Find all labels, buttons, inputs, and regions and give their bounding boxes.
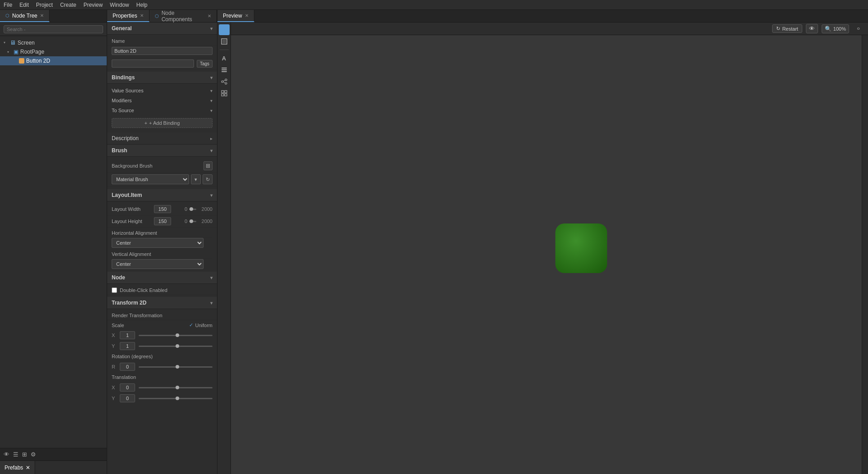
material-brush-select[interactable]: Material Brush xyxy=(112,174,189,184)
toolbar-cursor-btn[interactable] xyxy=(219,24,230,35)
properties-tab[interactable]: Properties ✕ xyxy=(107,10,149,22)
menu-help[interactable]: Help xyxy=(136,2,148,8)
button2d-label: Button 2D xyxy=(26,58,50,64)
layout-width-input[interactable] xyxy=(154,205,171,213)
node-tree-footer: 👁 ☰ ⊞ ⚙ xyxy=(0,448,107,460)
background-brush-icon-btn[interactable]: ⊞ xyxy=(203,161,212,170)
footer-eye-btn[interactable]: 👁 xyxy=(4,451,9,458)
node-chevron-icon: ▾ xyxy=(210,275,212,280)
translation-x-input[interactable] xyxy=(120,383,135,392)
bindings-section-label: Bindings xyxy=(112,74,135,81)
layout-height-slider[interactable] xyxy=(189,218,196,224)
brush-section-header[interactable]: Brush ▾ xyxy=(107,145,217,157)
rotation-thumb[interactable] xyxy=(176,365,179,369)
search-input[interactable] xyxy=(4,25,103,33)
node-tree-tab[interactable]: ⬡ Node Tree ✕ xyxy=(0,10,50,22)
preview-close-icon[interactable]: ✕ xyxy=(245,13,249,18)
scale-y-input[interactable] xyxy=(120,342,135,350)
tags-button[interactable]: Tags xyxy=(197,60,212,68)
menu-preview[interactable]: Preview xyxy=(83,2,103,8)
rotation-row: R xyxy=(107,361,217,372)
preview-tab[interactable]: Preview ✕ xyxy=(217,10,254,22)
node-section-header[interactable]: Node ▾ xyxy=(107,272,217,284)
svg-rect-12 xyxy=(225,91,227,93)
node-comp-close-icon[interactable]: ✕ xyxy=(208,14,211,18)
name-input[interactable] xyxy=(112,47,212,55)
layout-width-min: 0 xyxy=(173,206,187,212)
translation-y-row: Y xyxy=(107,393,217,404)
node-components-tab[interactable]: ⬡ Node Components ✕ xyxy=(149,10,217,22)
menu-window[interactable]: Window xyxy=(110,2,129,8)
rotation-r-input[interactable] xyxy=(120,363,135,371)
preview-tab-bar: Preview ✕ xyxy=(217,10,868,23)
preview-container: Preview ✕ A xyxy=(217,10,868,474)
translation-y-input[interactable] xyxy=(120,394,135,402)
transform2d-section-content: Render Transformation Scale ✓ Uniform X xyxy=(107,309,217,406)
toolbar-text-btn[interactable]: A xyxy=(219,53,230,64)
modifiers-row[interactable]: Modifiers ▾ xyxy=(107,96,217,105)
value-sources-row[interactable]: Value Sources ▾ xyxy=(107,86,217,96)
toolbar-layers-btn[interactable] xyxy=(219,64,230,75)
translation-x-slider[interactable] xyxy=(139,384,212,391)
material-brush-refresh-btn[interactable]: ↻ xyxy=(203,174,212,184)
name-label: Name xyxy=(112,38,148,44)
tree-item-screen[interactable]: ▾ 🖥 Screen xyxy=(0,38,107,47)
toolbar-select-btn[interactable] xyxy=(219,36,230,47)
layout-height-input[interactable] xyxy=(154,217,171,225)
layout-width-thumb[interactable] xyxy=(190,207,193,211)
tags-input[interactable] xyxy=(112,59,194,68)
prefabs-tab-label: Prefabs xyxy=(5,465,23,471)
add-binding-plus-icon: + xyxy=(145,120,147,126)
layout-item-section-header[interactable]: Layout.Item ▾ xyxy=(107,189,217,201)
layout-height-max: 2000 xyxy=(198,219,212,224)
node-tree-panel: ⬡ Node Tree ✕ ▾ 🖥 Screen ▾ ▣ RootPage xyxy=(0,10,107,474)
layout-height-min: 0 xyxy=(173,219,187,224)
material-brush-dropdown-btn[interactable]: ▾ xyxy=(191,174,201,184)
footer-settings-btn[interactable]: ⚙ xyxy=(31,451,36,458)
bindings-section-header[interactable]: Bindings ▾ xyxy=(107,72,217,84)
transform2d-chevron-icon: ▾ xyxy=(210,301,212,305)
value-sources-chevron-icon: ▾ xyxy=(210,88,212,93)
transform2d-section-header[interactable]: Transform 2D ▾ xyxy=(107,297,217,309)
toolbar-group-btn[interactable] xyxy=(219,88,230,99)
menu-file[interactable]: File xyxy=(4,2,12,8)
menu-create[interactable]: Create xyxy=(60,2,76,8)
scale-x-slider[interactable] xyxy=(139,332,212,338)
translation-y-thumb[interactable] xyxy=(176,397,179,400)
layout-width-slider[interactable] xyxy=(189,206,196,212)
h-align-select[interactable]: Center xyxy=(112,238,203,248)
scale-y-slider[interactable] xyxy=(139,343,212,349)
layout-height-thumb[interactable] xyxy=(190,219,193,223)
tree-item-button2d[interactable]: Button 2D xyxy=(0,56,107,65)
translation-y-slider[interactable] xyxy=(139,395,212,401)
footer-filter-btn[interactable]: ☰ xyxy=(13,451,18,458)
translation-x-thumb[interactable] xyxy=(176,386,179,389)
rotation-slider[interactable] xyxy=(139,364,212,370)
properties-close-icon[interactable]: ✕ xyxy=(140,13,144,18)
to-source-chevron-icon: ▾ xyxy=(210,108,212,113)
svg-rect-11 xyxy=(222,91,224,93)
scale-y-thumb[interactable] xyxy=(176,344,179,348)
double-click-checkbox[interactable] xyxy=(112,287,117,293)
scale-x-input[interactable] xyxy=(120,331,135,339)
add-binding-button[interactable]: + + Add Binding xyxy=(112,118,212,128)
menu-project[interactable]: Project xyxy=(36,2,53,8)
menu-edit[interactable]: Edit xyxy=(19,2,29,8)
node-tree-close-icon[interactable]: ✕ xyxy=(40,13,44,18)
general-section-header[interactable]: General ▾ xyxy=(107,23,217,35)
text-icon: A xyxy=(222,55,226,62)
prefabs-close-icon[interactable]: ✕ xyxy=(26,465,30,471)
screen-label: Screen xyxy=(18,40,35,46)
prefabs-tab[interactable]: Prefabs ✕ xyxy=(0,461,35,474)
toolbar-share-btn[interactable] xyxy=(219,76,230,87)
rotation-label-container: Rotation (degrees) xyxy=(107,351,217,361)
v-align-select[interactable]: Center xyxy=(112,259,203,269)
to-source-row[interactable]: To Source ▾ xyxy=(107,105,217,115)
menu-bar: File Edit Project Create Preview Window … xyxy=(0,0,868,10)
description-section-header[interactable]: Description ▸ xyxy=(107,132,217,145)
scale-x-thumb[interactable] xyxy=(176,333,179,337)
footer-grid-btn[interactable]: ⊞ xyxy=(22,451,27,458)
svg-marker-0 xyxy=(222,27,226,32)
tree-item-rootpage[interactable]: ▾ ▣ RootPage xyxy=(0,47,107,56)
general-chevron-icon: ▾ xyxy=(210,26,212,31)
